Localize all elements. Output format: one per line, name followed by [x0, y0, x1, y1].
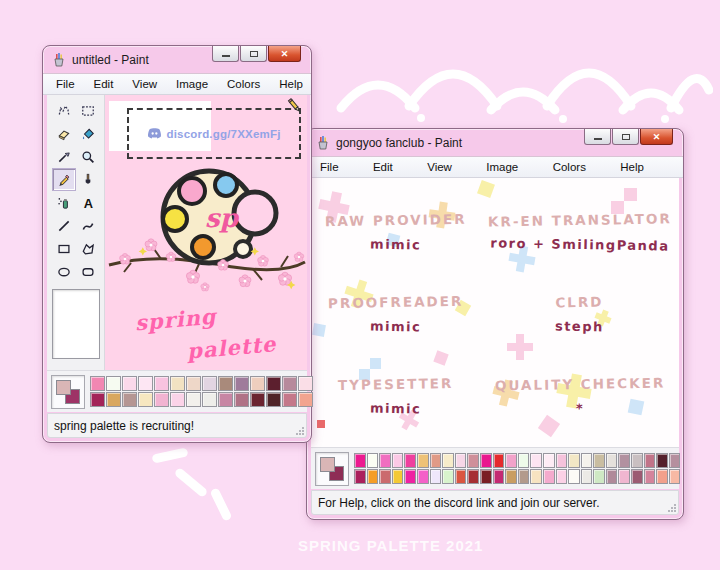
color-swatch[interactable]	[154, 392, 169, 407]
discord-link-text[interactable]: discord.gg/7XXemFj	[166, 128, 280, 140]
color-swatch[interactable]	[618, 453, 630, 468]
close-button[interactable]: ✕	[640, 129, 673, 145]
color-swatch[interactable]	[568, 469, 580, 484]
color-swatch[interactable]	[354, 469, 366, 484]
color-swatch[interactable]	[90, 392, 105, 407]
color-swatch[interactable]	[379, 453, 391, 468]
resize-grip[interactable]	[667, 503, 676, 512]
color-swatch[interactable]	[250, 376, 265, 391]
color-swatch[interactable]	[467, 469, 479, 484]
color-swatch[interactable]	[644, 453, 656, 468]
color-swatch[interactable]	[593, 469, 605, 484]
color-swatch[interactable]	[581, 453, 593, 468]
tool-rounded-rectangle-icon[interactable]	[76, 260, 100, 283]
maximize-button[interactable]	[240, 46, 267, 62]
color-swatch[interactable]	[282, 376, 297, 391]
close-button[interactable]: ✕	[268, 46, 301, 62]
color-swatch[interactable]	[266, 376, 281, 391]
color-swatch[interactable]	[392, 453, 404, 468]
color-swatch[interactable]	[593, 453, 605, 468]
color-swatch[interactable]	[138, 376, 153, 391]
color-swatch[interactable]	[122, 376, 137, 391]
color-swatch[interactable]	[234, 376, 249, 391]
color-swatch[interactable]	[631, 453, 643, 468]
color-swatch[interactable]	[266, 392, 281, 407]
color-swatch[interactable]	[606, 469, 618, 484]
color-swatch[interactable]	[138, 392, 153, 407]
color-swatch[interactable]	[442, 469, 454, 484]
paint-canvas[interactable]: RAW PROVIDERmimicKR-EN TRANSLATORroro + …	[311, 178, 679, 447]
resize-grip[interactable]	[295, 426, 304, 435]
color-swatch[interactable]	[455, 453, 467, 468]
color-swatch[interactable]	[480, 453, 492, 468]
current-colors-indicator[interactable]	[315, 452, 349, 486]
color-swatch[interactable]	[669, 469, 681, 484]
color-swatch[interactable]	[202, 376, 217, 391]
color-swatch[interactable]	[505, 453, 517, 468]
maximize-button[interactable]	[612, 129, 639, 145]
color-swatch[interactable]	[367, 453, 379, 468]
tool-color-picker-icon[interactable]	[52, 145, 76, 168]
tool-text-icon[interactable]: A	[76, 191, 100, 214]
color-swatch[interactable]	[568, 453, 580, 468]
color-swatch[interactable]	[90, 376, 105, 391]
color-swatch[interactable]	[518, 453, 530, 468]
color-swatch[interactable]	[656, 469, 668, 484]
menu-item-colors[interactable]: Colors	[548, 159, 591, 175]
color-swatch[interactable]	[298, 376, 313, 391]
color-swatch[interactable]	[404, 469, 416, 484]
color-swatch[interactable]	[298, 392, 313, 407]
menu-item-view[interactable]: View	[422, 159, 457, 175]
menu-item-help[interactable]: Help	[615, 159, 649, 175]
tool-magnifier-icon[interactable]	[76, 145, 100, 168]
color-swatch[interactable]	[467, 453, 479, 468]
color-swatch[interactable]	[543, 469, 555, 484]
color-swatch[interactable]	[202, 392, 217, 407]
color-swatch[interactable]	[556, 453, 568, 468]
tool-eraser-icon[interactable]	[52, 122, 76, 145]
tool-polygon-icon[interactable]	[76, 237, 100, 260]
paint-canvas[interactable]: discord.gg/7XXemFj	[105, 95, 307, 370]
color-swatch[interactable]	[442, 453, 454, 468]
color-swatch[interactable]	[656, 453, 668, 468]
tool-free-form-select-icon[interactable]	[52, 99, 76, 122]
tool-rectangle-icon[interactable]	[52, 237, 76, 260]
color-swatch[interactable]	[367, 469, 379, 484]
color-swatch[interactable]	[518, 469, 530, 484]
color-swatch[interactable]	[417, 469, 429, 484]
discord-link-selection[interactable]: discord.gg/7XXemFj	[127, 108, 301, 159]
menu-item-help[interactable]: Help	[274, 76, 308, 92]
color-swatch[interactable]	[122, 392, 137, 407]
menu-item-view[interactable]: View	[127, 76, 162, 92]
color-swatch[interactable]	[631, 469, 643, 484]
tool-ellipse-icon[interactable]	[52, 260, 76, 283]
color-swatch[interactable]	[581, 469, 593, 484]
color-swatch[interactable]	[480, 469, 492, 484]
menu-item-file[interactable]: File	[315, 159, 344, 175]
color-swatch[interactable]	[250, 392, 265, 407]
color-swatch[interactable]	[186, 376, 201, 391]
menu-item-edit[interactable]: Edit	[368, 159, 398, 175]
color-swatch[interactable]	[669, 453, 681, 468]
tool-brush-icon[interactable]	[76, 168, 100, 191]
minimize-button[interactable]	[584, 129, 611, 145]
color-swatch[interactable]	[170, 392, 185, 407]
color-swatch[interactable]	[417, 453, 429, 468]
menu-item-image[interactable]: Image	[481, 159, 523, 175]
color-swatch[interactable]	[618, 469, 630, 484]
tool-select-icon[interactable]	[76, 99, 100, 122]
color-swatch[interactable]	[455, 469, 467, 484]
tool-line-icon[interactable]	[52, 214, 76, 237]
color-swatch[interactable]	[392, 469, 404, 484]
color-swatch[interactable]	[282, 392, 297, 407]
color-swatch[interactable]	[606, 453, 618, 468]
color-swatch[interactable]	[218, 376, 233, 391]
menu-item-file[interactable]: File	[51, 76, 80, 92]
color-swatch[interactable]	[234, 392, 249, 407]
color-swatch[interactable]	[354, 453, 366, 468]
color-swatch[interactable]	[170, 376, 185, 391]
color-swatch[interactable]	[430, 469, 442, 484]
color-swatch[interactable]	[493, 453, 505, 468]
menu-item-image[interactable]: Image	[171, 76, 213, 92]
color-swatch[interactable]	[430, 453, 442, 468]
